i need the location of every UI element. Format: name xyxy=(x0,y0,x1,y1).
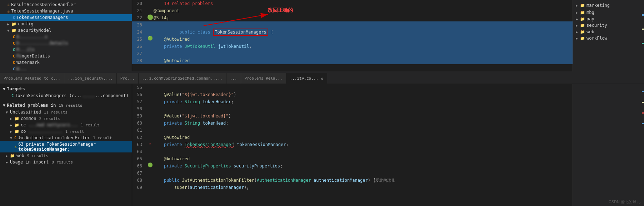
usage-import-header[interactable]: ▶ Usage in import 8 results xyxy=(0,159,132,165)
code-line-23: 23 public class TokenSessionManagers { xyxy=(132,21,573,29)
class-label: M...ils xyxy=(16,47,35,52)
class-label: PangerDetails xyxy=(16,54,50,59)
class-icon: C xyxy=(13,35,15,39)
class-icon: C xyxy=(13,54,15,58)
right-tree-marketing[interactable]: ▶ 📁 marketing xyxy=(573,1,644,9)
code-line-22: 22 🟢 @Slf4j xyxy=(132,14,573,21)
file-tree-item-m[interactable]: C M...ils xyxy=(0,46,132,53)
file-tree-item-result-access[interactable]: ☕ ResultAccessDeniedHandler xyxy=(0,1,132,8)
tab-problems-rela[interactable]: Problems Rela... xyxy=(241,73,286,84)
code-line-60: 60 private String tokenHead; xyxy=(132,120,573,127)
right-tree-mbg[interactable]: ▶ 📁 mbg xyxy=(573,9,644,16)
file-tree-item-watermark[interactable]: C Watermark xyxy=(0,59,132,66)
file-tree-item-w[interactable]: C W... xyxy=(0,66,132,71)
class-icon: C xyxy=(13,67,15,71)
expand-arrow: ▶ xyxy=(576,17,578,21)
code-line-56: 56 @Value("${jwt.tokenHeader}") xyxy=(132,91,573,98)
file-tree-item-security-model[interactable]: ▼ 📁 securityModel xyxy=(0,27,132,34)
targets-section: ▼ Targets C TokenSessionManagers (c.....… xyxy=(0,84,132,100)
warning-icon: ⚠ xyxy=(14,144,17,149)
class-name-box: TokenSessionManagers xyxy=(213,29,268,36)
tab-close-button[interactable]: × xyxy=(320,76,323,81)
tab-security[interactable]: ...ion_security.... xyxy=(64,73,117,84)
class-label: D............Details xyxy=(16,41,68,46)
text-cursor xyxy=(234,142,234,147)
folder-icon: 📁 xyxy=(11,28,16,33)
minimap-mark-3 xyxy=(642,43,644,44)
unclassified-header[interactable]: ▼ Unclassified 11 results xyxy=(0,109,132,115)
web-header[interactable]: ▶ 📁 web 9 results xyxy=(0,152,132,159)
minimap xyxy=(642,0,644,71)
right-tree-workflow[interactable]: ▶ 📁 workFlow xyxy=(573,35,644,41)
tab-problems-related[interactable]: Problems Related to c... xyxy=(0,73,64,84)
java-icon: ☕ xyxy=(7,2,10,7)
file-tree-item-token-session-manager[interactable]: ☕ TokenSessionManager.java xyxy=(0,8,132,14)
code-line-28: 28 @Autowired xyxy=(132,57,573,64)
top-code-editor: 20 19 related problems 21 @Component 22 … xyxy=(132,0,573,71)
tab-ity-co[interactable]: ...ity.co... × xyxy=(286,73,328,84)
right-tree-security[interactable]: ▶ 📁 security xyxy=(573,22,644,29)
code-line-61: 61 xyxy=(132,127,573,134)
tab-pro[interactable]: Pro... xyxy=(117,73,139,84)
target-item[interactable]: C TokenSessionManagers (c...........comp… xyxy=(0,92,132,99)
problems-panel: ▼ Targets C TokenSessionManagers (c.....… xyxy=(0,84,132,206)
file-tree-item-config[interactable]: ▶ 📁 config xyxy=(0,21,132,27)
folder-icon: 📁 xyxy=(580,23,585,28)
code-line-68: 68 public JwtAuthenticationTokenFilter(A… xyxy=(132,177,573,184)
co-item[interactable]: ▶ 📁 co ............. 1 result xyxy=(0,128,132,135)
error-gutter: ⚠ xyxy=(146,141,154,146)
expand-arrow: ▶ xyxy=(10,130,12,134)
right-tree-web[interactable]: ▶ 📁 web xyxy=(573,29,644,35)
file-tree-item-token-session-managers[interactable]: C TokenSessionManagers xyxy=(0,14,132,21)
code-line-66: 66 🟢 private SecurityProperties security… xyxy=(132,162,573,170)
code-line-20: 20 19 related problems xyxy=(132,0,573,7)
jwt-filter-item[interactable]: ▼ C JwtAuthenticationTokenFilter 1 resul… xyxy=(0,135,132,141)
expand-arrow: ▼ xyxy=(6,110,8,114)
expand-arrow: ▶ xyxy=(10,123,12,127)
right-panel-bottom: CSDN 爱北的球儿 xyxy=(573,84,644,206)
class-icon: C xyxy=(13,61,15,65)
minimap-bar-2 xyxy=(642,102,644,103)
file-tree-item-a[interactable]: C A..........s xyxy=(0,34,132,40)
code-line-64: 64 xyxy=(132,148,573,155)
targets-header: ▼ Targets xyxy=(0,85,132,92)
expand-arrow: ▼ xyxy=(7,29,9,32)
top-editor-area: ☕ ResultAccessDeniedHandler ☕ TokenSessi… xyxy=(0,0,644,71)
minimap-mark-2 xyxy=(642,29,644,30)
unclassified-section: ▼ Unclassified 11 results ▶ 📁 common 2 r… xyxy=(0,109,132,152)
code-line-63: 63 ⚠ private TokenSessionManager tokenSe… xyxy=(132,141,573,148)
folder-icon: 📁 xyxy=(14,129,19,134)
file-tree-item-d[interactable]: C D............Details xyxy=(0,40,132,46)
folder-icon: 📁 xyxy=(580,3,585,8)
tab-ellipsis[interactable]: ... xyxy=(226,73,241,84)
cc-item[interactable]: ▶ 📁 cc ...ned nettycorz... 1 result xyxy=(0,122,132,128)
bottom-code-editor: 55 56 @Value("${jwt.tokenHeader}") 57 pr… xyxy=(132,84,573,206)
expand-arrow: ▶ xyxy=(6,154,8,158)
expand-arrow: ▶ xyxy=(576,24,578,27)
minimap-bar-3 xyxy=(642,112,644,114)
expand-arrow: ▶ xyxy=(10,117,12,121)
folder-icon: 📁 xyxy=(580,17,585,21)
tab-spring-sec[interactable]: ...z.comMySpringSecMed.common..... xyxy=(139,73,226,84)
folder-icon: 📁 xyxy=(580,10,585,15)
class-label: W... xyxy=(16,66,27,71)
expand-arrow: ▶ xyxy=(7,22,9,26)
section-arrow: ▼ xyxy=(3,103,5,108)
code-line-69: 69 super(authenticationManager); xyxy=(132,184,573,191)
right-tree-pay[interactable]: ▶ 📁 pay xyxy=(573,16,644,22)
java-icon: ☕ xyxy=(7,9,10,14)
line-63-item[interactable]: ⚠ 63 private TokenSessionManager tokenSe… xyxy=(0,141,132,152)
related-problems-section: ▼ Related problems in 19 results ▼ Uncla… xyxy=(0,100,132,167)
common-item[interactable]: ▶ 📁 common 2 results xyxy=(0,115,132,122)
class-icon: C xyxy=(13,41,15,45)
folder-icon: 📁 xyxy=(11,22,16,26)
file-tree-item-pa[interactable]: C PangerDetails xyxy=(0,53,132,59)
code-line-65: 65 @Autowired xyxy=(132,155,573,162)
usage-in-import-section: ▶ Usage in import 8 results xyxy=(0,159,132,165)
expand-arrow: ▶ xyxy=(576,30,578,34)
tab-bar: Problems Related to c... ...ion_security… xyxy=(0,71,644,84)
left-file-tree: ☕ ResultAccessDeniedHandler ☕ TokenSessi… xyxy=(0,0,132,71)
related-header: ▼ Related problems in 19 results xyxy=(0,102,132,109)
expand-arrow: ▼ xyxy=(10,136,12,140)
class-icon: C xyxy=(13,48,15,52)
